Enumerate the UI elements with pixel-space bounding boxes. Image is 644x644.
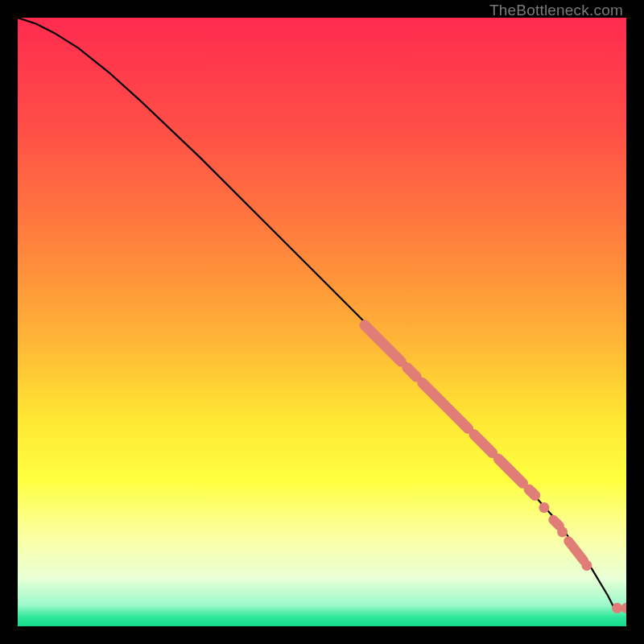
marker-dot — [612, 603, 622, 613]
marker-dot — [557, 526, 568, 537]
chart-frame — [18, 18, 626, 626]
marker-segment — [553, 520, 559, 526]
chart-background — [18, 18, 626, 626]
marker-dot — [539, 502, 549, 513]
marker-dot — [581, 560, 592, 571]
marker-segment — [407, 368, 416, 377]
attribution-text: TheBottleneck.com — [489, 2, 623, 19]
chart-svg — [18, 18, 626, 626]
marker-segment — [529, 489, 535, 496]
